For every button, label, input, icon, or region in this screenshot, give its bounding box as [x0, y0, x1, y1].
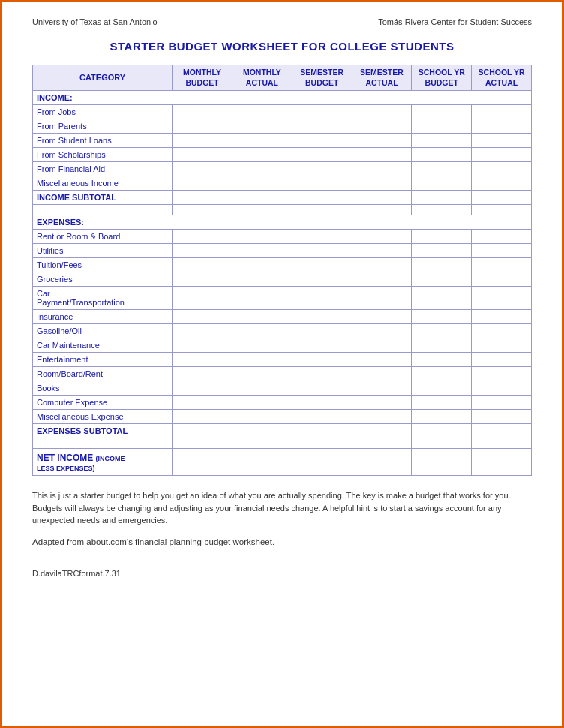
- data-cell: [172, 134, 232, 148]
- row-label: Books: [33, 381, 172, 396]
- data-cell: [292, 272, 352, 287]
- data-cell: [232, 162, 292, 176]
- data-cell: [172, 119, 232, 134]
- subtotal-cell: [472, 424, 532, 438]
- data-cell: [172, 230, 232, 244]
- data-cell: [472, 119, 532, 134]
- data-cell: [352, 272, 412, 287]
- row-label: From Student Loans: [33, 134, 172, 148]
- data-cell: [232, 367, 292, 381]
- data-cell: [292, 148, 352, 162]
- data-cell: [292, 353, 352, 367]
- data-cell: [352, 353, 412, 367]
- data-cell: [412, 272, 472, 287]
- blank-cell: [33, 205, 172, 215]
- page-title: STARTER BUDGET WORKSHEET FOR COLLEGE STU…: [32, 40, 532, 53]
- data-cell: [232, 244, 292, 258]
- data-cell: [292, 324, 352, 338]
- blank-cell: [172, 205, 232, 215]
- row-label: Rent or Room & Board: [33, 230, 172, 244]
- col-header-semester-actual: SEMESTERACTUAL: [352, 65, 412, 91]
- data-cell: [172, 162, 232, 176]
- data-cell: [172, 105, 232, 119]
- data-cell: [472, 324, 532, 338]
- subtotal-cell: [172, 424, 232, 438]
- blank-cell: [412, 438, 472, 449]
- data-cell: [232, 324, 292, 338]
- section-label: INCOME:: [33, 91, 532, 105]
- net-cell: [352, 449, 412, 476]
- data-cell: [172, 367, 232, 381]
- data-cell: [472, 244, 532, 258]
- data-cell: [172, 310, 232, 324]
- net-income-label: NET INCOME (INCOMELESS EXPENSES): [33, 449, 172, 476]
- data-cell: [412, 338, 472, 353]
- data-cell: [232, 381, 292, 396]
- data-cell: [232, 119, 292, 134]
- data-cell: [232, 134, 292, 148]
- data-cell: [352, 105, 412, 119]
- row-label: CarPayment/Transportation: [33, 287, 172, 310]
- net-cell: [412, 449, 472, 476]
- subtotal-cell: [352, 424, 412, 438]
- subtotal-cell: [412, 191, 472, 205]
- data-cell: [472, 258, 532, 272]
- section-label: EXPENSES:: [33, 215, 532, 230]
- data-cell: [172, 244, 232, 258]
- data-cell: [412, 176, 472, 191]
- data-cell: [292, 119, 352, 134]
- data-cell: [232, 338, 292, 353]
- data-cell: [472, 230, 532, 244]
- data-cell: [352, 310, 412, 324]
- blank-cell: [232, 205, 292, 215]
- data-cell: [352, 244, 412, 258]
- blank-cell: [232, 438, 292, 449]
- data-cell: [412, 258, 472, 272]
- blank-cell: [33, 438, 172, 449]
- data-cell: [232, 396, 292, 410]
- header-left: University of Texas at San Antonio: [32, 17, 158, 26]
- data-cell: [472, 367, 532, 381]
- blank-cell: [352, 438, 412, 449]
- data-cell: [292, 310, 352, 324]
- blank-cell: [412, 205, 472, 215]
- net-cell: [172, 449, 232, 476]
- row-label: Utilities: [33, 244, 172, 258]
- data-cell: [172, 353, 232, 367]
- data-cell: [472, 148, 532, 162]
- data-cell: [232, 230, 292, 244]
- data-cell: [352, 176, 412, 191]
- data-cell: [232, 310, 292, 324]
- data-cell: [172, 381, 232, 396]
- data-cell: [412, 324, 472, 338]
- data-cell: [412, 287, 472, 310]
- data-cell: [472, 353, 532, 367]
- data-cell: [172, 258, 232, 272]
- data-cell: [352, 134, 412, 148]
- blank-cell: [472, 205, 532, 215]
- data-cell: [412, 230, 472, 244]
- data-cell: [412, 244, 472, 258]
- data-cell: [412, 367, 472, 381]
- data-cell: [232, 272, 292, 287]
- data-cell: [472, 287, 532, 310]
- data-cell: [232, 148, 292, 162]
- data-cell: [472, 310, 532, 324]
- row-label: Miscellaneous Expense: [33, 410, 172, 424]
- data-cell: [172, 338, 232, 353]
- data-cell: [412, 134, 472, 148]
- data-cell: [412, 105, 472, 119]
- col-header-category: CATEGORY: [33, 65, 172, 91]
- data-cell: [412, 148, 472, 162]
- data-cell: [232, 176, 292, 191]
- data-cell: [172, 324, 232, 338]
- data-cell: [472, 338, 532, 353]
- data-cell: [292, 176, 352, 191]
- data-cell: [472, 105, 532, 119]
- row-label: Room/Board/Rent: [33, 367, 172, 381]
- data-cell: [292, 381, 352, 396]
- data-cell: [292, 410, 352, 424]
- subtotal-cell: [292, 191, 352, 205]
- row-label: Tuition/Fees: [33, 258, 172, 272]
- row-label: Entertainment: [33, 353, 172, 367]
